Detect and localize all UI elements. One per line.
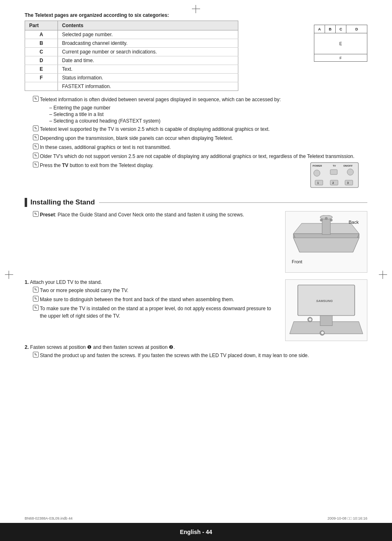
svg-rect-7: [315, 180, 323, 185]
stand-svg-2: SAMSUNG ❷ ❶: [286, 281, 367, 340]
note-icon-1: ✎: [33, 96, 39, 102]
item1-note-text-1: Two or more people should carry the TV.: [40, 287, 277, 294]
svg-text:1: 1: [317, 181, 319, 184]
note-row-5: ✎ Older TV's which do not support versio…: [25, 153, 367, 160]
note-text-2: Teletext level supported by the TV is ve…: [40, 125, 367, 133]
svg-point-6: [347, 169, 353, 175]
item1-note-text-2: Make sure to distinguish between the fro…: [40, 296, 277, 303]
note-icon-4: ✎: [33, 144, 39, 149]
svg-point-4: [314, 170, 320, 176]
table-row: BBroadcasting channel identity.: [25, 39, 238, 48]
preset-note-text: Preset: Place the Guide Stand and Cover …: [40, 211, 277, 218]
section-title-stand: Installing the Stand: [30, 198, 95, 207]
table-cell-content: Date and time.: [58, 56, 238, 65]
item1-note-text-3: To make sure the TV is installed on the …: [40, 305, 277, 320]
table-cell-part: A: [25, 30, 58, 39]
table-cell-content: Broadcasting channel identity.: [58, 39, 238, 48]
table-row: EText.: [25, 65, 238, 74]
tv-diagram-footer: F: [314, 54, 367, 61]
table-header-part: Part: [25, 21, 58, 30]
crosshair-top-icon: [192, 5, 200, 13]
bottom-bar-text: English - 44: [180, 529, 212, 535]
svg-rect-5: [330, 169, 337, 174]
stand-label-front: Front: [292, 259, 302, 264]
section-header-line: [99, 202, 367, 203]
numbered-section: 1. Attach your LED TV to the stand. ✎ Tw…: [25, 279, 367, 359]
item2-note-1: ✎ Stand the product up and fasten the sc…: [25, 352, 367, 359]
svg-text:❷: ❷: [309, 318, 311, 321]
tv-diagram-cell-c: C: [336, 25, 346, 33]
footer-right-text: 2009-10-08 □□ 10:16:16: [327, 516, 367, 520]
table-cell-content: Selected page number.: [58, 30, 238, 39]
table-cell-content: Current page number or search indication…: [58, 48, 238, 56]
table-header-contents: Contents: [58, 21, 238, 30]
section-header-stand: Installing the Stand: [25, 198, 367, 207]
numbered-item-1: 1. Attach your LED TV to the stand. ✎ Tw…: [25, 279, 367, 341]
svg-marker-17: [293, 238, 359, 252]
page-wrapper: A B C D E F The Teletext pages are organ…: [0, 0, 392, 541]
table-row: FStatus information.: [25, 74, 238, 82]
table-cell-content: FASTEXT information.: [58, 82, 238, 91]
table-cell-part: F: [25, 74, 58, 82]
preset-note: ✎ Preset: Place the Guide Stand and Cove…: [25, 211, 277, 218]
numbered-item-2-title: 2. Fasten screws at position ❶ and then …: [25, 344, 367, 350]
table-cell-part: [25, 82, 58, 91]
note-icon-2: ✎: [33, 125, 39, 131]
item1-note-2: ✎ Make sure to distinguish between the f…: [25, 296, 277, 303]
preset-note-icon: ✎: [33, 211, 39, 217]
table-cell-part: C: [25, 48, 58, 56]
footer-meta: BN68-02388A-03L09.indb 44 2009-10-08 □□ …: [25, 516, 367, 520]
svg-rect-9: [330, 180, 338, 185]
svg-text:3: 3: [347, 181, 349, 184]
bullet-item: Selecting a title in a list: [49, 111, 367, 117]
stand-diagram-1: Back Front: [285, 211, 367, 273]
table-row: CCurrent page number or search indicatio…: [25, 48, 238, 56]
tv-diagram-cell-b: B: [325, 25, 336, 33]
note-row-2: ✎ Teletext level supported by the TV is …: [25, 125, 367, 133]
numbered-item-1-content: 1. Attach your LED TV to the stand. ✎ Tw…: [25, 279, 277, 341]
svg-text:TV: TV: [333, 165, 336, 167]
note-row-6: ✎ Press the TV button to exit from the T…: [25, 162, 302, 169]
table-cell-content: Text.: [58, 65, 238, 74]
table-cell-part: D: [25, 56, 58, 65]
svg-point-21: [330, 219, 332, 221]
note-text-1: Teletext information is often divided be…: [40, 96, 367, 103]
note-text-6: Press the TV button to exit from the Tel…: [40, 162, 302, 169]
table-cell-part: E: [25, 65, 58, 74]
note-row-4: ✎ In these cases, additional graphics or…: [25, 144, 367, 151]
item2-note-icon-1: ✎: [33, 352, 39, 358]
note-text-3: Depending upon the transmission, blank s…: [40, 135, 367, 142]
remote-diagram-svg: POWER TV ON/OFF 1 2: [310, 162, 359, 188]
svg-rect-18: [322, 217, 330, 235]
svg-text:ON/OFF: ON/OFF: [343, 165, 353, 167]
tv-diagram-cell-d: D: [346, 25, 367, 33]
item1-note-3: ✎ To make sure the TV is installed on th…: [25, 305, 277, 320]
note-icon-3: ✎: [33, 135, 39, 140]
note-icon-5: ✎: [33, 153, 39, 158]
note-row-3: ✎ Depending upon the transmission, blank…: [25, 135, 367, 142]
svg-point-20: [320, 219, 323, 221]
notes-section: ✎ Teletext information is often divided …: [25, 96, 367, 190]
stand-content-row: ✎ Preset: Place the Guide Stand and Cove…: [25, 211, 367, 273]
table-row: ASelected page number.: [25, 30, 238, 39]
note-text-4: In these cases, additional graphics or t…: [40, 144, 367, 151]
svg-text:POWER: POWER: [313, 165, 322, 167]
svg-point-22: [325, 217, 327, 220]
svg-rect-11: [345, 180, 353, 185]
teletext-intro: The Teletext pages are organized accordi…: [25, 12, 367, 18]
item1-note-icon-1: ✎: [33, 287, 39, 293]
bottom-bar: English - 44: [0, 523, 392, 541]
svg-text:❶: ❶: [321, 331, 324, 335]
tv-diagram: A B C D E F: [314, 25, 367, 62]
stand-label-back: Back: [349, 220, 359, 225]
table-row: DDate and time.: [25, 56, 238, 65]
crosshair-left-icon: [5, 271, 13, 279]
tv-diagram-cell-a: A: [314, 25, 325, 33]
stand-content-left: ✎ Preset: Place the Guide Stand and Cove…: [25, 211, 277, 273]
item1-note-1: ✎ Two or more people should carry the TV…: [25, 287, 277, 294]
bullet-list: Entering the page numberSelecting a titl…: [25, 105, 367, 124]
stand-diagram-2: SAMSUNG ❷ ❶: [285, 279, 367, 341]
teletext-table: Part Contents ASelected page number.BBro…: [25, 21, 238, 91]
footer-left-text: BN68-02388A-03L09.indb 44: [25, 516, 73, 520]
svg-text:2: 2: [332, 181, 334, 184]
